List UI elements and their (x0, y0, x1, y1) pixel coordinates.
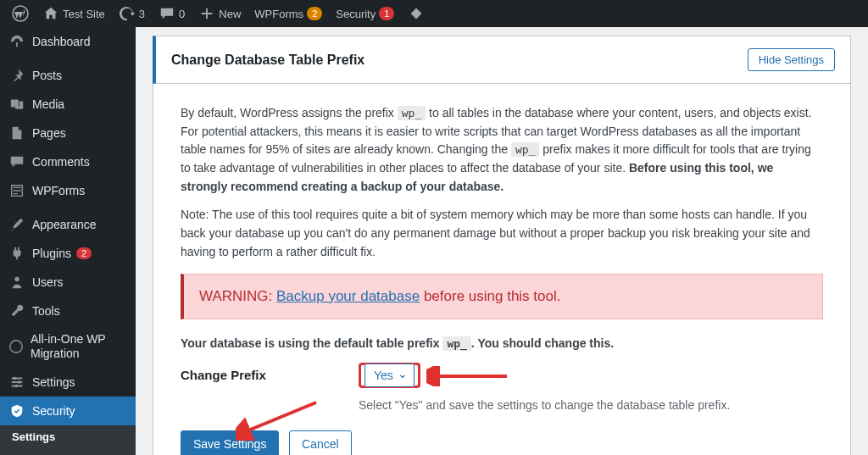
warning-prefix: WARNING: (199, 288, 276, 304)
warning-box: WARNING: Backup your database before usi… (181, 274, 823, 319)
change-prefix-select[interactable]: Yes (364, 363, 415, 387)
sidebar-item-plugins[interactable]: Plugins2 (0, 239, 136, 268)
panel-body: By default, WordPress assigns the prefix… (153, 84, 851, 455)
wpforms-badge: 2 (307, 7, 322, 20)
save-button[interactable]: Save Settings (181, 430, 279, 455)
updates-count: 3 (139, 8, 145, 20)
plug-icon (8, 245, 25, 262)
sidebar-item-migration[interactable]: All-in-One WP Migration (0, 325, 136, 368)
new-label: New (219, 8, 241, 20)
prefix-code: wp_ (398, 106, 426, 120)
sidebar-item-label: Posts (32, 69, 62, 82)
sidebar-item-label: Plugins (32, 247, 71, 260)
comment-icon (159, 5, 175, 22)
prefix-code: wp_ (511, 142, 539, 157)
dashboard-icon (8, 33, 25, 50)
home-icon (42, 5, 59, 22)
comment-icon (8, 153, 25, 170)
actions-row: Save Settings Cancel (181, 430, 823, 455)
itsec-icon-link[interactable] (401, 0, 431, 27)
svg-point-1 (14, 277, 19, 281)
brush-icon (8, 216, 25, 233)
panel-header: Change Database Table Prefix Hide Settin… (153, 36, 851, 84)
page-icon (8, 125, 25, 141)
form-icon (8, 182, 25, 199)
comments-link[interactable]: 0 (152, 0, 192, 27)
wrench-icon (8, 302, 25, 319)
help-text: Select "Yes" and save the settings to ch… (359, 398, 730, 412)
sidebar-item-label: Pages (32, 126, 66, 140)
main-content: Change Database Table Prefix Hide Settin… (136, 27, 868, 455)
sidebar-item-label: Security (32, 404, 75, 418)
shield-icon (8, 402, 25, 419)
sidebar-item-label: All-in-One WP Migration (31, 332, 127, 361)
select-highlight: Yes (359, 363, 420, 388)
svg-point-2 (10, 341, 22, 352)
comments-count: 0 (179, 8, 185, 20)
backup-link[interactable]: Backup your database (276, 288, 420, 304)
wp-logo[interactable] (5, 0, 36, 27)
security-label: Security (336, 8, 376, 20)
field-control: Yes Select "Yes" and save the settings t… (359, 363, 730, 412)
svg-point-3 (14, 376, 17, 380)
wordpress-icon (12, 5, 29, 22)
sidebar-item-posts[interactable]: Posts (0, 61, 136, 90)
description-paragraph: By default, WordPress assigns the prefix… (181, 104, 823, 196)
new-content[interactable]: New (192, 0, 248, 27)
svg-point-5 (14, 384, 18, 387)
refresh-icon (119, 5, 136, 22)
sidebar-item-comments[interactable]: Comments (0, 147, 136, 176)
users-icon (8, 274, 25, 291)
field-label: Change Prefix (181, 363, 359, 382)
submenu-security-check[interactable]: Security Check (0, 448, 136, 455)
sidebar-item-label: Comments (32, 155, 90, 169)
sidebar-item-dashboard[interactable]: Dashboard (0, 27, 136, 56)
sidebar-item-media[interactable]: Media (0, 90, 136, 119)
site-link[interactable]: Test Site (36, 0, 112, 27)
submenu-label: Settings (12, 430, 55, 443)
sidebar-item-label: Tools (32, 304, 60, 318)
sidebar-item-wpforms[interactable]: WPForms (0, 176, 136, 205)
migration-icon (8, 338, 24, 355)
sidebar-item-users[interactable]: Users (0, 268, 136, 297)
svg-point-4 (18, 380, 21, 384)
status-line: Your database is using the default table… (181, 335, 823, 353)
note-paragraph: Note: The use of this tool requires quit… (181, 206, 823, 261)
security-badge: 1 (379, 7, 394, 20)
sidebar-item-label: Media (32, 97, 64, 111)
site-name: Test Site (63, 8, 105, 20)
sidebar-item-label: Settings (32, 375, 75, 389)
cancel-button[interactable]: Cancel (289, 430, 352, 455)
pin-icon (8, 67, 25, 84)
annotation-arrow (426, 366, 511, 386)
plugins-badge: 2 (76, 247, 92, 259)
sidebar-item-label: Dashboard (32, 35, 91, 48)
hide-settings-button[interactable]: Hide Settings (748, 48, 835, 71)
diamond-icon (408, 5, 425, 22)
submenu-settings[interactable]: Settings (0, 425, 136, 448)
sidebar-item-label: Users (32, 275, 64, 289)
sidebar-item-settings[interactable]: Settings (0, 368, 136, 397)
plus-icon (198, 5, 215, 22)
sidebar-item-label: Appearance (32, 218, 97, 231)
sidebar-item-tools[interactable]: Tools (0, 297, 136, 325)
panel-title: Change Database Table Prefix (171, 53, 364, 68)
security-link[interactable]: Security1 (329, 0, 401, 27)
warning-suffix: before using this tool. (420, 288, 560, 304)
sidebar-item-label: WPForms (32, 184, 85, 197)
sidebar-item-security[interactable]: Security (0, 397, 136, 425)
prefix-code: wp_ (442, 336, 470, 351)
sidebar-item-appearance[interactable]: Appearance (0, 210, 136, 239)
security-submenu: Settings Security Check (0, 425, 136, 455)
sidebar-item-pages[interactable]: Pages (0, 119, 136, 147)
updates-link[interactable]: 3 (112, 0, 152, 27)
change-prefix-row: Change Prefix Yes Select "Yes" and save … (181, 363, 823, 412)
admin-toolbar: Test Site 3 0 New WPForms2 Security1 (0, 0, 868, 27)
admin-sidebar: Dashboard Posts Media Pages Comments WPF… (0, 27, 136, 455)
media-icon (8, 96, 25, 113)
wpforms-link[interactable]: WPForms2 (248, 0, 329, 27)
wpforms-label: WPForms (254, 8, 303, 20)
sliders-icon (8, 374, 25, 391)
